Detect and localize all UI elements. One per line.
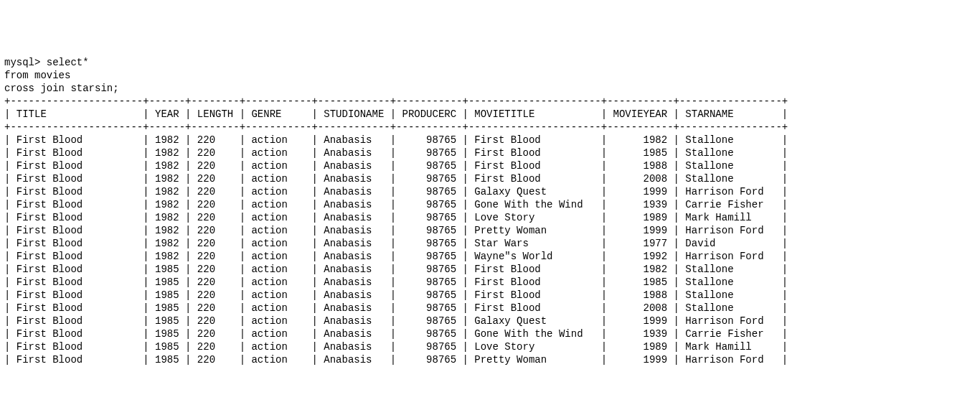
table-row: | First Blood | 1985 | 220 | action | An… bbox=[4, 276, 976, 289]
table-row: | First Blood | 1982 | 220 | action | An… bbox=[4, 134, 976, 146]
table-row: | First Blood | 1982 | 220 | action | An… bbox=[4, 211, 976, 224]
table-row: | First Blood | 1985 | 220 | action | An… bbox=[4, 315, 976, 327]
query-line: from movies bbox=[4, 69, 976, 82]
table-separator: +----------------------+------+--------+… bbox=[4, 95, 976, 108]
table-row: | First Blood | 1982 | 220 | action | An… bbox=[4, 172, 976, 185]
table-row: | First Blood | 1985 | 220 | action | An… bbox=[4, 327, 976, 340]
mysql-terminal-output: mysql> select*from moviescross join star… bbox=[4, 56, 976, 366]
table-header: | TITLE | YEAR | LENGTH | GENRE | STUDIO… bbox=[4, 108, 976, 121]
table-row: | First Blood | 1982 | 220 | action | An… bbox=[4, 198, 976, 211]
table-row: | First Blood | 1982 | 220 | action | An… bbox=[4, 146, 976, 159]
table-separator: +----------------------+------+--------+… bbox=[4, 121, 976, 134]
table-row: | First Blood | 1982 | 220 | action | An… bbox=[4, 224, 976, 237]
table-row: | First Blood | 1985 | 220 | action | An… bbox=[4, 289, 976, 302]
table-row: | First Blood | 1982 | 220 | action | An… bbox=[4, 185, 976, 198]
table-row: | First Blood | 1985 | 220 | action | An… bbox=[4, 340, 976, 353]
table-row: | First Blood | 1985 | 220 | action | An… bbox=[4, 263, 976, 276]
query-line: mysql> select* bbox=[4, 56, 976, 69]
table-row: | First Blood | 1985 | 220 | action | An… bbox=[4, 302, 976, 315]
table-row: | First Blood | 1982 | 220 | action | An… bbox=[4, 237, 976, 250]
table-row: | First Blood | 1982 | 220 | action | An… bbox=[4, 250, 976, 263]
table-row: | First Blood | 1982 | 220 | action | An… bbox=[4, 159, 976, 172]
table-row: | First Blood | 1985 | 220 | action | An… bbox=[4, 353, 976, 366]
query-line: cross join starsin; bbox=[4, 82, 976, 95]
